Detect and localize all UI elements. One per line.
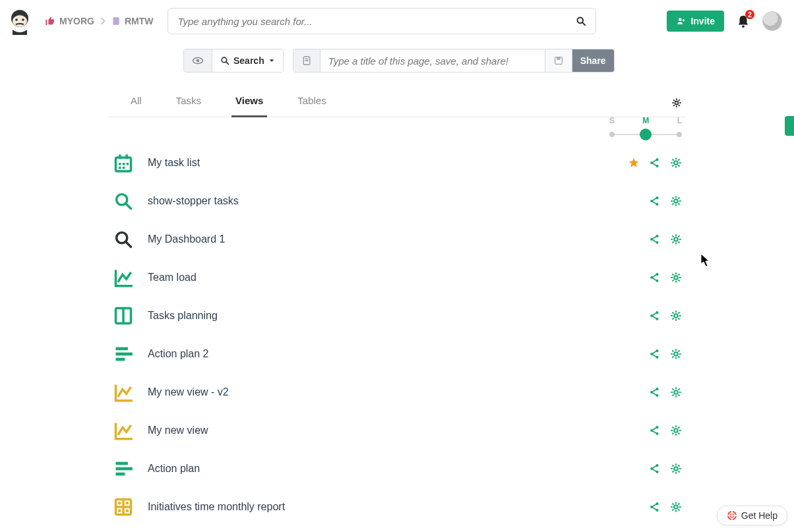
tab-all[interactable]: All [127, 95, 146, 117]
search-dropdown-label: Search [233, 55, 264, 66]
breadcrumb-org[interactable]: MYORG [59, 16, 94, 26]
star-icon[interactable] [628, 157, 640, 169]
view-row[interactable]: My task list [108, 144, 686, 182]
visibility-button[interactable] [184, 49, 212, 72]
breadcrumb: MYORG RMTW [45, 16, 153, 26]
svg-point-50 [679, 18, 682, 21]
search-dropdown-button[interactable]: Search [212, 49, 283, 72]
gear-icon[interactable] [670, 463, 682, 475]
gear-icon[interactable] [670, 386, 682, 398]
size-slider[interactable]: S M L [609, 116, 682, 141]
gear-icon[interactable] [670, 425, 682, 436]
side-panel-toggle[interactable] [785, 116, 794, 136]
gear-icon[interactable] [670, 310, 682, 322]
chart-icon [112, 268, 135, 287]
tab-tables[interactable]: Tables [293, 95, 330, 117]
gear-icon[interactable] [670, 501, 682, 513]
search-icon [112, 229, 135, 249]
view-label: My new view - v2 [148, 386, 229, 398]
eye-icon [192, 55, 204, 67]
search-input[interactable] [177, 16, 576, 27]
share-icon[interactable] [649, 233, 661, 245]
grid-icon [112, 497, 135, 517]
calendar-icon [112, 153, 135, 173]
view-label: My task list [148, 157, 200, 169]
view-row[interactable]: My Dashboard 1 [108, 220, 686, 258]
save-icon [553, 55, 564, 66]
global-search[interactable] [168, 8, 596, 34]
view-label: Action plan [148, 463, 200, 475]
view-label: My Dashboard 1 [148, 233, 225, 245]
view-label: show-stopper tasks [148, 195, 239, 207]
share-icon[interactable] [649, 386, 661, 398]
gear-icon[interactable] [670, 233, 682, 245]
page-type-button[interactable] [293, 49, 321, 72]
view-row[interactable]: My new view [108, 411, 686, 450]
svg-point-46 [13, 15, 27, 27]
view-row[interactable]: Initiatives time monthly report [108, 488, 686, 526]
svg-point-52 [730, 514, 733, 517]
notifications-button[interactable]: 2 [736, 14, 750, 28]
share-icon[interactable] [649, 348, 661, 360]
chevron-down-icon [268, 57, 275, 64]
app-logo[interactable] [7, 9, 33, 34]
size-l: L [677, 116, 682, 125]
view-label: Team load [148, 272, 197, 283]
share-icon[interactable] [649, 310, 661, 322]
size-m: M [642, 116, 649, 125]
share-icon[interactable] [649, 501, 661, 513]
view-row[interactable]: show-stopper tasks [108, 182, 686, 220]
share-label: Share [580, 55, 606, 66]
page-icon [301, 55, 312, 66]
invite-label: Invite [690, 16, 715, 26]
share-icon[interactable] [649, 463, 661, 475]
lines-icon [112, 459, 135, 479]
breadcrumb-page[interactable]: RMTW [125, 16, 154, 26]
view-label: My new view [148, 425, 208, 436]
chevron-right-icon [98, 16, 107, 26]
view-label: Initiatives time monthly report [148, 501, 285, 513]
view-label: Action plan 2 [148, 348, 209, 360]
gear-icon [671, 98, 682, 108]
tabs-settings-button[interactable] [671, 98, 686, 115]
view-row[interactable]: Tasks planning [108, 297, 686, 335]
view-row[interactable]: My new view - v2 [108, 373, 686, 411]
slider-knob[interactable] [640, 129, 652, 140]
svg-rect-49 [113, 17, 119, 25]
tab-views[interactable]: Views [231, 95, 267, 117]
avatar[interactable] [762, 11, 782, 31]
share-icon[interactable] [649, 425, 661, 436]
page-icon [111, 16, 121, 26]
lifebuoy-icon [727, 510, 737, 521]
search-icon [220, 56, 229, 65]
lines-icon [112, 344, 135, 364]
svg-point-47 [15, 18, 18, 21]
svg-point-48 [22, 18, 24, 21]
chart-icon [112, 382, 135, 402]
view-label: Tasks planning [148, 310, 218, 322]
notification-badge: 2 [745, 10, 754, 19]
gear-icon[interactable] [670, 348, 682, 360]
share-button[interactable]: Share [572, 49, 614, 72]
gear-icon[interactable] [670, 157, 682, 169]
share-icon[interactable] [649, 195, 661, 207]
share-icon[interactable] [649, 272, 661, 283]
view-row[interactable]: Action plan 2 [108, 335, 686, 373]
tab-tasks[interactable]: Tasks [172, 95, 205, 117]
search-icon[interactable] [576, 16, 586, 26]
view-row[interactable]: Action plan [108, 450, 686, 488]
view-row[interactable]: Team load [108, 258, 686, 297]
get-help-button[interactable]: Get Help [717, 506, 787, 525]
search-icon [112, 191, 135, 211]
gear-icon[interactable] [670, 195, 682, 207]
chart-icon [112, 421, 135, 440]
save-button[interactable] [545, 49, 572, 72]
invite-button[interactable]: Invite [667, 11, 724, 32]
get-help-label: Get Help [741, 510, 778, 521]
page-title-input[interactable] [321, 49, 545, 72]
user-plus-icon [676, 16, 687, 26]
thumbs-up-icon [45, 16, 55, 26]
gear-icon[interactable] [670, 272, 682, 283]
columns-icon [112, 306, 135, 326]
share-icon[interactable] [649, 157, 661, 169]
